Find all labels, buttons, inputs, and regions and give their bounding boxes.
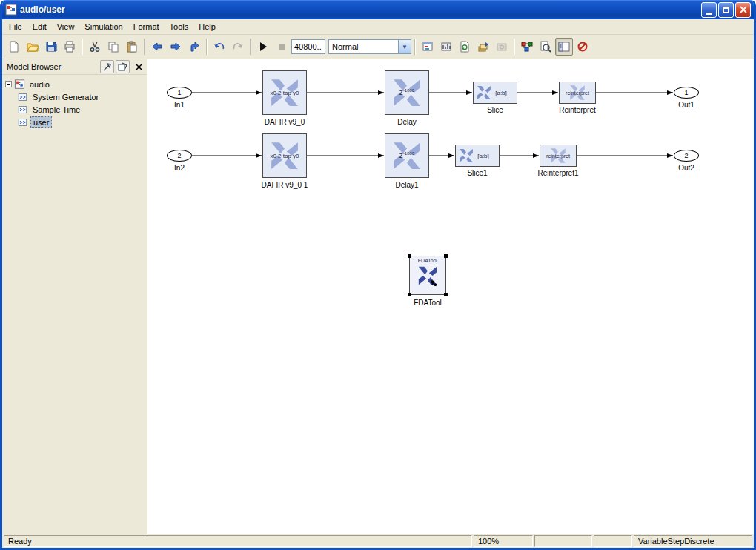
model-browser-toggle-button[interactable] <box>555 38 573 56</box>
tree-item-user[interactable]: user <box>4 116 145 128</box>
block-text: [a:b] <box>495 90 507 96</box>
dafir-block[interactable]: x0 2 tap y0 <box>262 70 307 115</box>
simulation-mode-dropdown[interactable]: Normal ▼ <box>328 39 411 54</box>
print-button[interactable] <box>61 38 79 56</box>
selection-handle[interactable] <box>444 254 448 258</box>
block-label: Delay1 <box>362 181 451 189</box>
find-button[interactable] <box>537 38 554 56</box>
simulation-stop-time-input[interactable] <box>291 39 325 54</box>
slice-block[interactable]: [a:b] <box>473 82 517 104</box>
port-number: 2 <box>684 152 688 159</box>
menu-format[interactable]: Format <box>128 21 165 33</box>
block-label: In1 <box>150 101 209 109</box>
menu-tools[interactable]: Tools <box>165 21 194 33</box>
build-button[interactable] <box>493 38 511 56</box>
generate-code-button[interactable] <box>474 38 492 56</box>
status-bar: Ready 100% VariableStepDiscrete <box>2 534 754 548</box>
cut-button[interactable] <box>86 38 104 56</box>
delay-block[interactable]: z-1800 <box>385 70 429 115</box>
masked-subsystems-toggle-button[interactable] <box>116 60 130 73</box>
tree-item-system-generator[interactable]: System Generator <box>4 90 145 103</box>
copy-button[interactable] <box>105 38 122 56</box>
block-text: x0 2 tap y0 <box>270 90 299 96</box>
library-browser-button[interactable] <box>518 38 536 56</box>
tree-item-label: user <box>30 116 52 128</box>
xilinx-logo-icon <box>476 85 492 101</box>
model-browser-title: Model Browser <box>7 62 99 71</box>
start-simulation-button[interactable] <box>254 38 272 56</box>
close-model-browser-button[interactable] <box>133 61 145 73</box>
tree-item-label: System Generator <box>30 92 101 102</box>
tree-item-sample-time[interactable]: Sample Time <box>4 103 145 116</box>
selection-handle[interactable] <box>444 293 448 296</box>
cut-icon <box>89 41 101 53</box>
stop-simulation-button[interactable] <box>273 38 291 56</box>
library-links-icon <box>102 62 112 72</box>
xilinx-logo-icon <box>417 264 439 288</box>
selection-handle[interactable] <box>408 293 411 296</box>
go-to-parent-button[interactable] <box>185 38 203 56</box>
block-text: z-1800 <box>399 151 414 159</box>
stop-icon <box>276 41 288 53</box>
inport-block[interactable]: 2 <box>167 150 192 162</box>
menu-file[interactable]: File <box>4 21 27 33</box>
close-icon <box>136 64 142 70</box>
port-number: 1 <box>684 89 688 96</box>
signal-lines <box>147 59 752 534</box>
undo-button[interactable] <box>210 38 228 56</box>
tree-item-audio[interactable]: audio <box>4 78 145 90</box>
block-label: Slice1 <box>433 169 522 177</box>
menu-view[interactable]: View <box>52 21 80 33</box>
block-label: Reinterpret <box>533 106 622 114</box>
save-button[interactable] <box>42 38 60 56</box>
block-label: In2 <box>150 164 209 172</box>
simulink-window: audio/user File Edit View Simulation For… <box>0 0 756 550</box>
redo-button[interactable] <box>229 38 247 56</box>
port-number: 2 <box>177 152 181 159</box>
minimize-icon <box>706 13 712 15</box>
outport-block[interactable]: 2 <box>674 150 699 162</box>
slice-block[interactable]: [a:b] <box>455 145 500 167</box>
selection-handle[interactable] <box>408 254 411 258</box>
up-icon <box>188 41 200 53</box>
dafir-block[interactable]: x0 2 tap y0 <box>262 133 307 178</box>
menu-simulation[interactable]: Simulation <box>79 21 127 33</box>
sample-time-display-button[interactable] <box>437 38 455 56</box>
back-icon <box>151 41 163 53</box>
new-model-button[interactable] <box>5 38 23 56</box>
status-solver: VariableStepDiscrete <box>634 535 752 547</box>
delay-block[interactable]: z-1800 <box>385 133 429 178</box>
menu-help[interactable]: Help <box>193 21 221 33</box>
model-browser-panel: Model Browser audio <box>2 59 147 534</box>
forward-button[interactable] <box>167 38 185 56</box>
fdatool-block[interactable]: FDATool <box>409 256 446 295</box>
window-title: audio/user <box>20 4 701 15</box>
update-diagram-button[interactable] <box>456 38 474 56</box>
paste-button[interactable] <box>123 38 141 56</box>
back-button[interactable] <box>148 38 166 56</box>
generate-code-icon <box>477 41 489 53</box>
app-icon <box>5 4 17 16</box>
inport-block[interactable]: 1 <box>167 87 192 99</box>
target-connection-button[interactable] <box>574 38 591 56</box>
collapse-icon[interactable] <box>5 81 12 87</box>
menu-edit[interactable]: Edit <box>27 21 52 33</box>
block-label: DAFIR v9_0 <box>240 118 329 126</box>
copy-icon <box>107 41 119 53</box>
print-icon <box>64 41 76 53</box>
minimize-button[interactable] <box>701 2 717 18</box>
library-links-toggle-button[interactable] <box>100 60 114 73</box>
reinterpret-block[interactable]: reinterpret <box>559 82 596 104</box>
model-browser-icon <box>558 41 570 53</box>
diagram-canvas[interactable]: 1 In1 x0 2 tap y0 DAFIR v9_0 z-1800 Dela… <box>147 59 754 534</box>
close-button[interactable] <box>735 2 751 18</box>
status-ready: Ready <box>4 535 472 547</box>
model-explorer-button[interactable] <box>419 38 437 56</box>
outport-block[interactable]: 1 <box>674 87 699 99</box>
open-model-button[interactable] <box>24 38 42 56</box>
block-label: DAFIR v9_0 1 <box>240 181 329 189</box>
maximize-button[interactable] <box>718 2 734 18</box>
build-icon <box>496 41 508 53</box>
reinterpret-block[interactable]: reinterpret <box>540 145 577 167</box>
tree-item-label: Sample Time <box>30 105 82 115</box>
